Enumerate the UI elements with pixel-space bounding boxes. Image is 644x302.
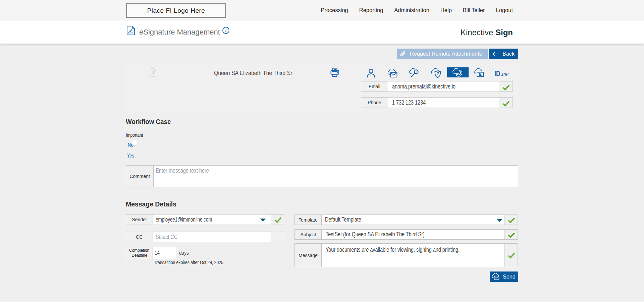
svg-text:?: ? xyxy=(437,71,439,76)
svg-text:x: x xyxy=(128,32,129,34)
